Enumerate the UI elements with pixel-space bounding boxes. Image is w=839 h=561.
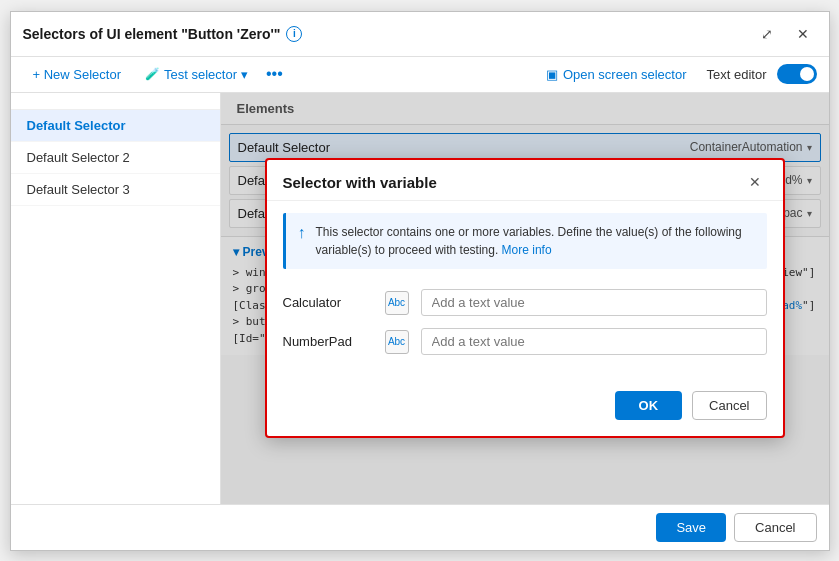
main-area: Elements Default Selector ContainerAutom… [221, 93, 829, 504]
title-bar: Selectors of UI element "Button 'Zero'" … [11, 12, 829, 57]
toolbar-right: ▣ Open screen selector Text editor [536, 63, 817, 86]
text-editor-label: Text editor [707, 67, 767, 82]
sidebar-item-default-selector-2[interactable]: Default Selector 2 [11, 142, 220, 174]
calculator-input[interactable] [421, 289, 767, 316]
open-screen-button[interactable]: ▣ Open screen selector [536, 63, 697, 86]
selector-variable-dialog: Selector with variable ✕ ↑ This selector… [265, 158, 785, 438]
sidebar-item-label: Default Selector 2 [27, 150, 130, 165]
expand-button[interactable]: ⤢ [753, 20, 781, 48]
chevron-down-icon: ▾ [241, 67, 248, 82]
dialog-info-box: ↑ This selector contains one or more var… [283, 213, 767, 269]
dialog-title-bar: Selector with variable ✕ [267, 160, 783, 201]
title-bar-left: Selectors of UI element "Button 'Zero'" … [23, 26, 303, 42]
dialog-title: Selector with variable [283, 174, 437, 191]
calculator-field-icon: Abc [385, 291, 409, 315]
text-editor-toggle[interactable] [777, 64, 817, 84]
test-selector-label: Test selector [164, 67, 237, 82]
screen-icon: ▣ [546, 67, 558, 82]
calculator-label: Calculator [283, 295, 373, 310]
main-window: Selectors of UI element "Button 'Zero'" … [10, 11, 830, 551]
more-info-link[interactable]: More info [502, 243, 552, 257]
toolbar: + New Selector 🧪 Test selector ▾ ••• ▣ O… [11, 57, 829, 93]
more-options-button[interactable]: ••• [262, 63, 287, 85]
info-icon[interactable]: i [286, 26, 302, 42]
sidebar-item-label: Default Selector 3 [27, 182, 130, 197]
numberpad-input[interactable] [421, 328, 767, 355]
numberpad-label: NumberPad [283, 334, 373, 349]
close-button[interactable]: ✕ [789, 20, 817, 48]
dialog-fields: Calculator Abc NumberPad Abc [267, 281, 783, 383]
test-selector-button[interactable]: 🧪 Test selector ▾ [135, 63, 258, 86]
numberpad-field-icon: Abc [385, 330, 409, 354]
dialog-close-button[interactable]: ✕ [743, 172, 767, 192]
sidebar-item-default-selector-3[interactable]: Default Selector 3 [11, 174, 220, 206]
beaker-icon: 🧪 [145, 67, 160, 81]
ok-button[interactable]: OK [615, 391, 683, 420]
dialog-info-icon: ↑ [298, 224, 306, 242]
new-selector-label: + New Selector [33, 67, 122, 82]
window-title: Selectors of UI element "Button 'Zero'" [23, 26, 281, 42]
save-button[interactable]: Save [656, 513, 726, 542]
new-selector-button[interactable]: + New Selector [23, 63, 132, 86]
cancel-button[interactable]: Cancel [734, 513, 816, 542]
dialog-overlay: Selector with variable ✕ ↑ This selector… [221, 93, 829, 504]
dialog-info-text: This selector contains one or more varia… [316, 223, 755, 259]
dialog-actions: OK Cancel [267, 383, 783, 436]
calculator-field-row: Calculator Abc [283, 289, 767, 316]
open-screen-label: Open screen selector [563, 67, 687, 82]
bottom-bar: Save Cancel [11, 504, 829, 550]
dialog-cancel-button[interactable]: Cancel [692, 391, 766, 420]
sidebar: Default Selector Default Selector 2 Defa… [11, 93, 221, 504]
content-area: Default Selector Default Selector 2 Defa… [11, 93, 829, 504]
title-bar-controls: ⤢ ✕ [753, 20, 817, 48]
sidebar-item-default-selector-1[interactable]: Default Selector [11, 110, 220, 142]
sidebar-item-label: Default Selector [27, 118, 126, 133]
sidebar-header [11, 93, 220, 110]
numberpad-field-row: NumberPad Abc [283, 328, 767, 355]
